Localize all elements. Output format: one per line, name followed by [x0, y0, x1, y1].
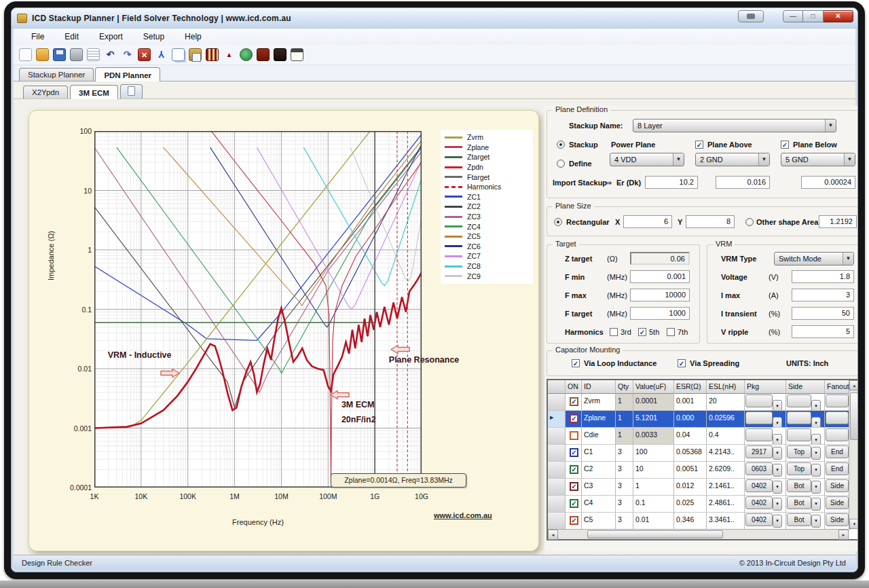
cell-esr[interactable]: 0.0051: [674, 462, 707, 479]
side-dropdown[interactable]: [787, 428, 811, 441]
side-dropdown[interactable]: Top: [787, 445, 811, 458]
pkg-dropdown-arrow[interactable]: ▾: [773, 515, 782, 528]
vertical-scroll-thumb[interactable]: [850, 392, 858, 440]
cell-value[interactable]: 100: [633, 445, 674, 462]
cell-esr[interactable]: 0.025: [674, 496, 707, 513]
print-icon[interactable]: [70, 48, 83, 61]
cell-esl[interactable]: 3.3461..: [707, 513, 745, 530]
table-row-c2[interactable]: C23100.00512.6209..0603▾Top▾End: [548, 462, 858, 479]
pkg-dropdown[interactable]: 0402: [745, 479, 773, 492]
tab-stackup-planner[interactable]: Stackup Planner: [19, 68, 94, 81]
cell-esl[interactable]: 2.1461..: [707, 479, 745, 496]
impedance-chart-plot[interactable]: [94, 131, 422, 488]
pkg-dropdown[interactable]: [745, 394, 773, 407]
harmonic-5th-checkbox[interactable]: [638, 328, 646, 336]
stackup-radio[interactable]: [557, 141, 565, 149]
calendar-icon[interactable]: [291, 48, 303, 61]
minimize-button[interactable]: —: [783, 10, 803, 22]
pkg-dropdown[interactable]: [745, 428, 773, 441]
report-icon[interactable]: [87, 48, 100, 61]
cell-value[interactable]: 0.0033: [633, 428, 674, 445]
cell-esr[interactable]: 0.000: [674, 411, 707, 428]
menu-file[interactable]: File: [29, 31, 47, 43]
target-f-target-input[interactable]: 1000: [630, 307, 690, 320]
horizontal-scroll-thumb[interactable]: [587, 530, 723, 538]
side-dropdown-arrow[interactable]: ▾: [811, 481, 821, 494]
cell-esl[interactable]: 4.2143..: [707, 445, 745, 462]
cell-esl[interactable]: 2.6209..: [707, 462, 745, 479]
globe-icon[interactable]: [240, 48, 253, 61]
table-row-c1[interactable]: C131000.053684.2143..2917▾Top▾End: [548, 445, 858, 462]
fanout-button[interactable]: [826, 428, 849, 441]
cell-esr[interactable]: 0.001: [674, 394, 707, 411]
fanout-button[interactable]: [826, 411, 849, 424]
scroll-right-button[interactable]: ▸: [838, 530, 849, 540]
cell-value[interactable]: 1: [633, 479, 674, 496]
cell-qty[interactable]: 1: [616, 411, 633, 428]
vrm-i-max-input[interactable]: 3: [792, 289, 854, 301]
open-folder-icon[interactable]: [36, 48, 49, 61]
cell-value[interactable]: 0.1: [633, 496, 674, 513]
cell-qty[interactable]: 3: [616, 445, 633, 462]
harmonic-7th-checkbox[interactable]: [667, 328, 675, 336]
er-below-input[interactable]: 0.00024: [801, 176, 855, 189]
maximize-button[interactable]: □: [803, 10, 824, 22]
power-plane-dropdown[interactable]: 4 VDD▼: [610, 153, 684, 166]
table-row-c4[interactable]: C430.10.0252.4861..0402▾Bot▾Side: [548, 496, 858, 513]
table-row-c5[interactable]: C530.010.3463.3461..0402▾Bot▾Side: [548, 513, 858, 530]
pkg-dropdown-arrow[interactable]: ▾: [773, 481, 782, 494]
plane-above-checkbox[interactable]: [695, 141, 703, 149]
vrm-voltage-input[interactable]: 1.8: [792, 270, 854, 283]
side-dropdown-arrow[interactable]: ▾: [811, 434, 821, 445]
define-radio[interactable]: [557, 160, 565, 168]
pointer-icon[interactable]: [223, 48, 236, 61]
cell-value[interactable]: 10: [633, 462, 674, 479]
fanout-button[interactable]: End: [826, 445, 849, 458]
cell-qty[interactable]: 3: [616, 496, 633, 513]
cell-esl[interactable]: 2.4861..: [707, 496, 745, 513]
other-shape-area-input[interactable]: 1.2192: [819, 215, 857, 228]
pkg-dropdown-arrow[interactable]: ▾: [773, 417, 782, 428]
pkg-dropdown-arrow[interactable]: ▾: [773, 400, 782, 411]
tab-x2ypdn[interactable]: X2Ypdn: [23, 86, 68, 98]
cell-value[interactable]: 0.0001: [633, 394, 674, 411]
red-square-icon[interactable]: [257, 48, 270, 61]
row-on-checkbox[interactable]: [570, 465, 578, 474]
er-above-input[interactable]: 0.016: [716, 176, 770, 189]
cell-value[interactable]: 5.1201: [633, 411, 674, 428]
stackup-name-dropdown[interactable]: 8 Layer▼: [633, 119, 836, 132]
scroll-down-button[interactable]: ▾: [849, 519, 858, 529]
cell-qty[interactable]: 3: [616, 462, 633, 479]
row-on-checkbox[interactable]: [570, 516, 578, 525]
y-size-input[interactable]: 8: [686, 215, 735, 228]
menu-help[interactable]: Help: [182, 31, 204, 43]
row-on-checkbox[interactable]: [570, 482, 578, 491]
fanout-button[interactable]: [826, 394, 849, 407]
vrm-type-dropdown[interactable]: Switch Mode▼: [774, 252, 854, 265]
columns-icon[interactable]: [206, 48, 219, 61]
tab-new-sheet[interactable]: [120, 84, 143, 98]
via-loop-inductance-checkbox[interactable]: [572, 359, 580, 367]
menu-export[interactable]: Export: [96, 31, 126, 43]
side-dropdown[interactable]: Bot: [787, 479, 811, 492]
table-vertical-scrollbar[interactable]: ▴▾: [849, 380, 858, 529]
table-row-c3[interactable]: C3310.0122.1461..0402▾Bot▾Side: [548, 479, 858, 496]
pkg-dropdown[interactable]: [745, 411, 773, 424]
side-dropdown-arrow[interactable]: ▾: [811, 464, 821, 477]
fanout-button[interactable]: Side: [826, 496, 849, 509]
side-dropdown[interactable]: [787, 394, 811, 407]
pkg-dropdown-arrow[interactable]: ▾: [773, 464, 782, 477]
tab-pdn-planner[interactable]: PDN Planner: [95, 67, 160, 81]
pkg-dropdown[interactable]: 2917: [745, 445, 773, 458]
cell-esr[interactable]: 0.05368: [674, 445, 707, 462]
menu-setup[interactable]: Setup: [141, 31, 167, 43]
cell-esr[interactable]: 0.04: [674, 428, 707, 445]
close-button[interactable]: ✕: [824, 10, 853, 22]
cell-esl[interactable]: 0.02596: [707, 411, 745, 428]
via-spreading-checkbox[interactable]: [678, 359, 686, 367]
side-dropdown-arrow[interactable]: ▾: [811, 400, 821, 411]
side-dropdown-arrow[interactable]: ▾: [811, 498, 821, 511]
vrm-i-transient-input[interactable]: 50: [792, 307, 854, 320]
pkg-dropdown[interactable]: 0402: [745, 496, 773, 509]
pkg-dropdown-arrow[interactable]: ▾: [773, 498, 782, 511]
